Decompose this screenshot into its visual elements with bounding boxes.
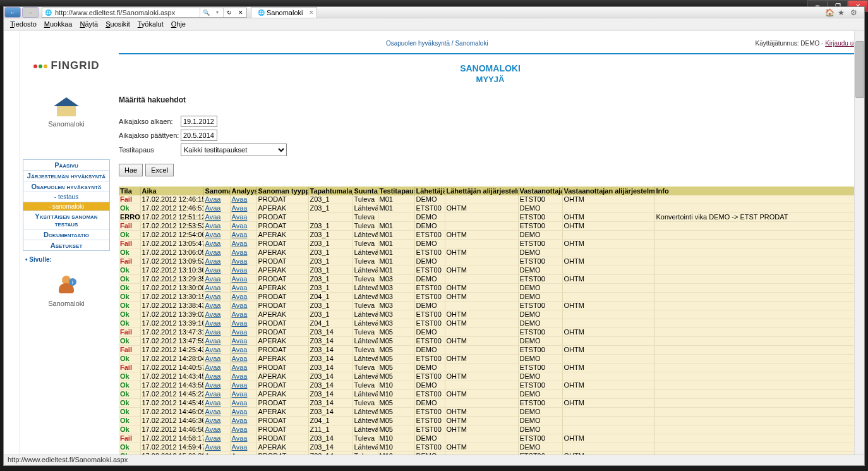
nav-item[interactable]: Pääsivu	[23, 160, 109, 171]
open-link[interactable]: Avaa	[205, 346, 221, 353]
open-link[interactable]: Avaa	[205, 231, 221, 238]
open-link[interactable]: Avaa	[232, 319, 248, 327]
open-link[interactable]: Avaa	[205, 284, 221, 291]
open-link[interactable]: Avaa	[205, 310, 221, 318]
open-link[interactable]: Avaa	[205, 372, 221, 380]
cell-san: Avaa	[203, 240, 230, 248]
open-link[interactable]: Avaa	[232, 231, 248, 238]
open-link[interactable]: Avaa	[232, 355, 248, 362]
breadcrumb-current: Sanomaloki	[455, 40, 488, 47]
search-icon[interactable]: 🔍	[202, 8, 210, 17]
open-link[interactable]: Avaa	[232, 266, 248, 274]
open-link[interactable]: Avaa	[232, 381, 248, 389]
nav-back-button[interactable]: ←	[4, 7, 21, 18]
open-link[interactable]: Avaa	[232, 213, 248, 221]
open-link[interactable]: Avaa	[232, 417, 248, 424]
nav-forward-button[interactable]: →	[22, 7, 39, 18]
open-link[interactable]: Avaa	[205, 195, 221, 203]
open-link[interactable]: Avaa	[232, 390, 248, 398]
search-button[interactable]: Hae	[119, 164, 143, 176]
menu-item[interactable]: Ohje	[167, 19, 190, 29]
open-link[interactable]: Avaa	[232, 399, 248, 407]
refresh-icon[interactable]: ↻	[225, 8, 234, 17]
nav-item[interactable]: Dokumentaatio	[23, 229, 109, 240]
from-date-input[interactable]	[181, 116, 217, 127]
nav-item[interactable]: - testaus	[23, 192, 109, 202]
menu-item[interactable]: Suosikit	[102, 19, 134, 29]
cell-lah: ETST00	[414, 372, 445, 381]
favorites-icon[interactable]: ★	[838, 8, 847, 17]
open-link[interactable]: Avaa	[232, 275, 248, 283]
open-link[interactable]: Avaa	[205, 293, 221, 300]
tools-gear-icon[interactable]: ⚙	[850, 8, 859, 17]
open-link[interactable]: Avaa	[205, 425, 221, 433]
open-link[interactable]: Avaa	[232, 248, 248, 256]
open-link[interactable]: Avaa	[232, 346, 248, 353]
cell-tap: Z03_1	[308, 240, 353, 248]
open-link[interactable]: Avaa	[205, 434, 221, 442]
browser-tab[interactable]: 🌐 Sanomaloki ✕	[251, 7, 317, 18]
open-link[interactable]: Avaa	[205, 248, 221, 256]
open-link[interactable]: Avaa	[232, 337, 248, 345]
open-link[interactable]: Avaa	[205, 399, 221, 407]
open-link[interactable]: Avaa	[232, 284, 248, 291]
open-link[interactable]: Avaa	[205, 417, 221, 424]
address-bar[interactable]: 🌐 http://www.edieltest.fi/Sanomaloki.asp…	[42, 8, 247, 18]
excel-button[interactable]: Excel	[145, 164, 174, 176]
open-link[interactable]: Avaa	[232, 204, 248, 212]
nav-item[interactable]: Järjestelmän hyväksyntä	[23, 171, 109, 181]
open-link[interactable]: Avaa	[205, 222, 221, 229]
open-link[interactable]: Avaa	[205, 355, 221, 362]
cell-lahj: OHTM	[445, 443, 518, 452]
open-link[interactable]: Avaa	[232, 293, 248, 300]
open-link[interactable]: Avaa	[232, 364, 248, 371]
menu-item[interactable]: Tiedosto	[6, 19, 40, 29]
open-link[interactable]: Avaa	[232, 310, 248, 318]
open-link[interactable]: Avaa	[205, 275, 221, 283]
open-link[interactable]: Avaa	[232, 408, 248, 415]
table-column-header: Tapahtumalaji	[308, 187, 353, 195]
cell-ana: Avaa	[230, 364, 256, 372]
open-link[interactable]: Avaa	[205, 390, 221, 398]
open-link[interactable]: Avaa	[232, 240, 248, 247]
open-link[interactable]: Avaa	[205, 240, 221, 247]
open-link[interactable]: Avaa	[232, 328, 248, 336]
breadcrumb-parent[interactable]: Osapuolen hyväksyntä	[386, 40, 450, 47]
nav-item[interactable]: Asetukset	[23, 240, 109, 250]
open-link[interactable]: Avaa	[232, 425, 248, 433]
tab-close-icon[interactable]: ✕	[309, 9, 314, 16]
open-link[interactable]: Avaa	[205, 302, 221, 309]
open-link[interactable]: Avaa	[232, 443, 248, 451]
menu-item[interactable]: Näytä	[76, 19, 102, 29]
open-link[interactable]: Avaa	[205, 328, 221, 336]
open-link[interactable]: Avaa	[205, 381, 221, 389]
open-link[interactable]: Avaa	[232, 372, 248, 380]
open-link[interactable]: Avaa	[232, 222, 248, 229]
open-link[interactable]: Avaa	[232, 257, 248, 265]
cell-aika: 17.02.2012 12:46:51	[140, 204, 203, 213]
cell-tila: Ok	[119, 443, 140, 452]
nav-item[interactable]: Yksittäisen sanoman testaus	[23, 211, 109, 229]
open-link[interactable]: Avaa	[205, 408, 221, 415]
scrollbar-thumb[interactable]	[855, 41, 864, 98]
open-link[interactable]: Avaa	[205, 266, 221, 274]
open-link[interactable]: Avaa	[232, 195, 248, 203]
open-link[interactable]: Avaa	[205, 337, 221, 345]
open-link[interactable]: Avaa	[205, 213, 221, 221]
open-link[interactable]: Avaa	[232, 302, 248, 309]
menu-item[interactable]: Työkalut	[134, 19, 167, 29]
nav-item[interactable]: - sanomaloki	[23, 202, 109, 211]
open-link[interactable]: Avaa	[205, 204, 221, 212]
testcase-select[interactable]: Kaikki testitapaukset	[181, 144, 287, 156]
open-link[interactable]: Avaa	[205, 257, 221, 265]
to-date-input[interactable]	[181, 130, 217, 141]
open-link[interactable]: Avaa	[205, 443, 221, 451]
open-link[interactable]: Avaa	[205, 319, 221, 327]
stop-icon[interactable]: ✕	[236, 8, 245, 17]
open-link[interactable]: Avaa	[232, 434, 248, 442]
home-icon[interactable]: 🏠	[825, 8, 834, 17]
nav-item[interactable]: Osapuolen hyväksyntä	[23, 181, 109, 192]
vertical-scrollbar[interactable]	[854, 31, 864, 455]
menu-item[interactable]: Muokkaa	[40, 19, 76, 29]
open-link[interactable]: Avaa	[205, 364, 221, 371]
